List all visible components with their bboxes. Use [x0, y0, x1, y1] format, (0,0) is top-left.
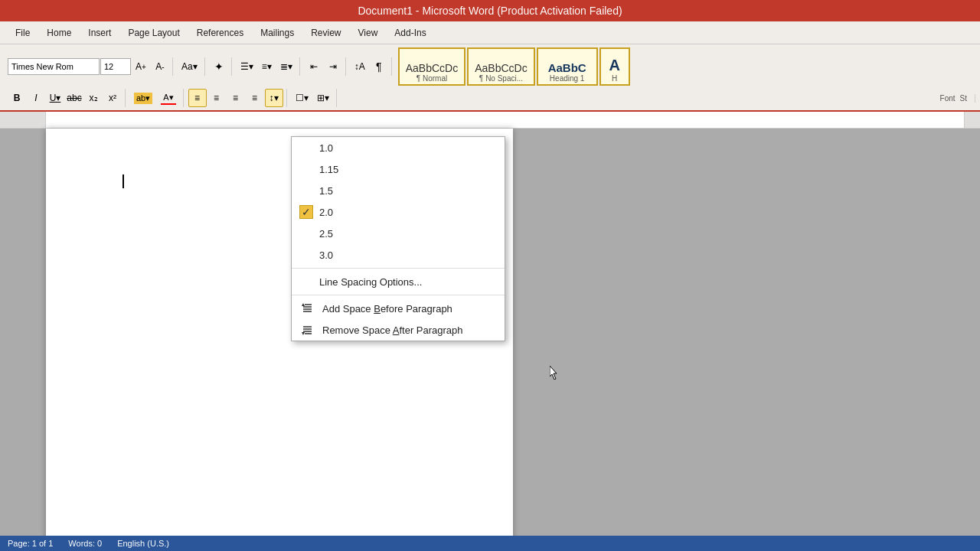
toolbar-row: A+ A- Aa▾ ✦ ☰▾ ≡▾ ≣▾ ⇤ ⇥ ↕A ¶ AaBbC [5, 47, 975, 89]
check-mark-2-0: ✓ [299, 205, 313, 219]
style-heading2-preview: A [609, 57, 619, 74]
style-normal-preview: AaBbCcDc [406, 62, 458, 74]
multilevel-list-button[interactable]: ≣▾ [276, 57, 296, 76]
text-highlight-button[interactable]: ab▾ [130, 89, 156, 107]
spacing-value-1-15: 1.15 [319, 164, 338, 175]
subscript-button[interactable]: x₂ [84, 89, 103, 107]
bullet-list-button[interactable]: ☰▾ [237, 57, 257, 76]
title-text: Document1 - Microsoft Word (Product Acti… [358, 5, 622, 17]
spacing-value-2-0: 2.0 [319, 207, 333, 218]
align-center-button[interactable]: ≡ [207, 89, 226, 107]
superscript-button[interactable]: x² [103, 89, 122, 107]
check-empty-1-0 [299, 141, 313, 155]
ruler-area [0, 112, 980, 129]
dropdown-separator-1 [292, 268, 505, 269]
justify-button[interactable]: ≡ [246, 89, 264, 107]
list-group: ☰▾ ≡▾ ≣▾ [234, 57, 300, 76]
menu-home[interactable]: Home [39, 24, 79, 41]
font-section-label: Font [940, 94, 959, 103]
style-no-spacing[interactable]: AaBbCcDc ¶No Spaci... [467, 47, 534, 86]
style-heading2[interactable]: A H [599, 47, 630, 86]
decrease-font-button[interactable]: A- [151, 57, 169, 76]
font-color-button[interactable]: A▾ [157, 89, 179, 107]
style-heading1-label: Heading 1 [550, 74, 585, 83]
sort-group: ↕A ¶ [348, 57, 392, 76]
menu-file[interactable]: File [8, 24, 38, 41]
menu-page-layout[interactable]: Page Layout [120, 24, 187, 41]
menu-insert[interactable]: Insert [80, 24, 119, 41]
ruler-left [0, 112, 46, 128]
menu-addins[interactable]: Add-Ins [387, 24, 433, 41]
shading-button[interactable]: ☐▾ [292, 89, 312, 107]
line-spacing-options-label: Line Spacing Options... [319, 276, 422, 288]
add-space-before-item[interactable]: Add Space Before Paragraph [292, 298, 505, 319]
status-words: Words: 0 [68, 539, 102, 548]
clear-formatting-button[interactable]: ✦ [210, 57, 228, 76]
strikethrough-button[interactable]: abc [65, 89, 83, 107]
dropdown-separator-2 [292, 295, 505, 295]
spacing-1-5[interactable]: 1.5 [292, 180, 505, 201]
numbered-list-button[interactable]: ≡▾ [258, 57, 276, 76]
status-language: English (U.S.) [117, 539, 169, 548]
ruler-main [46, 112, 965, 128]
show-paragraph-button[interactable]: ¶ [370, 57, 388, 76]
font-family-input[interactable] [8, 58, 100, 75]
menu-references[interactable]: References [189, 24, 251, 41]
font-size-input[interactable] [100, 58, 131, 75]
style-heading1-preview: AaBbC [548, 61, 586, 74]
alignment-group: ≡ ≡ ≡ ≡ ↕▾ [185, 89, 287, 107]
line-spacing-button[interactable]: ↕▾ [265, 89, 283, 107]
check-empty-3-0 [299, 248, 313, 262]
spacing-value-1-5: 1.5 [319, 185, 333, 197]
remove-space-after-item[interactable]: Remove Space After Paragraph [292, 319, 505, 341]
underline-button[interactable]: U▾ [46, 89, 64, 107]
change-case-button[interactable]: Aa▾ [178, 57, 201, 76]
style-nospacing-preview: AaBbCcDc [475, 62, 527, 74]
font-group: A+ A- [5, 57, 173, 76]
add-space-before-icon [299, 302, 316, 315]
sort-button[interactable]: ↕A [351, 57, 369, 76]
shading-group: ☐▾ ⊞▾ [289, 89, 337, 107]
ruler-right [965, 112, 980, 128]
style-heading2-label: H [612, 74, 617, 83]
italic-button[interactable]: I [27, 89, 45, 107]
menu-bar: File Home Insert Page Layout References … [0, 21, 980, 44]
bold-button[interactable]: B [8, 89, 26, 107]
doc-left-margin [0, 129, 46, 542]
style-normal[interactable]: AaBbCcDc ¶Normal [398, 47, 466, 86]
spacing-value-1-0: 1.0 [319, 142, 333, 154]
doc-right-area [513, 129, 980, 542]
clear-format-group: ✦ [207, 57, 232, 76]
format-row: B I U▾ abc x₂ x² ab▾ A▾ ≡ ≡ ≡ ≡ ↕▾ ☐▾ ⊞ [5, 89, 975, 110]
check-empty-1-15 [299, 162, 313, 176]
options-icon-placeholder [299, 275, 313, 289]
status-page: Page: 1 of 1 [8, 539, 53, 548]
borders-button[interactable]: ⊞▾ [313, 89, 333, 107]
style-heading1[interactable]: AaBbC Heading 1 [537, 47, 598, 86]
style-normal-label: ¶Normal [416, 74, 448, 83]
indent-group: ⇤ ⇥ [302, 57, 346, 76]
svg-marker-4 [302, 303, 305, 306]
spacing-value-2-5: 2.5 [319, 228, 333, 240]
line-spacing-dropdown: 1.0 1.15 1.5 ✓ 2.0 2.5 3.0 Line Spacing … [291, 136, 505, 341]
align-left-button[interactable]: ≡ [188, 89, 207, 107]
spacing-2-5[interactable]: 2.5 [292, 223, 505, 244]
increase-indent-button[interactable]: ⇥ [324, 57, 342, 76]
menu-review[interactable]: Review [303, 24, 348, 41]
color-group: ab▾ A▾ [127, 89, 184, 107]
status-section-label: St [960, 94, 975, 103]
title-bar: Document1 - Microsoft Word (Product Acti… [0, 0, 980, 21]
spacing-2-0[interactable]: ✓ 2.0 [292, 201, 505, 223]
spacing-1-15[interactable]: 1.15 [292, 158, 505, 180]
align-right-button[interactable]: ≡ [227, 89, 245, 107]
spacing-3-0[interactable]: 3.0 [292, 244, 505, 266]
decrease-indent-button[interactable]: ⇤ [305, 57, 323, 76]
spacing-1-0[interactable]: 1.0 [292, 137, 505, 158]
line-spacing-options-item[interactable]: Line Spacing Options... [292, 271, 505, 292]
remove-space-after-icon [299, 323, 316, 337]
menu-view[interactable]: View [351, 24, 386, 41]
increase-font-button[interactable]: A+ [132, 57, 150, 76]
check-empty-2-5 [299, 227, 313, 240]
remove-space-after-label: Remove Space After Paragraph [322, 324, 463, 336]
menu-mailings[interactable]: Mailings [253, 24, 302, 41]
